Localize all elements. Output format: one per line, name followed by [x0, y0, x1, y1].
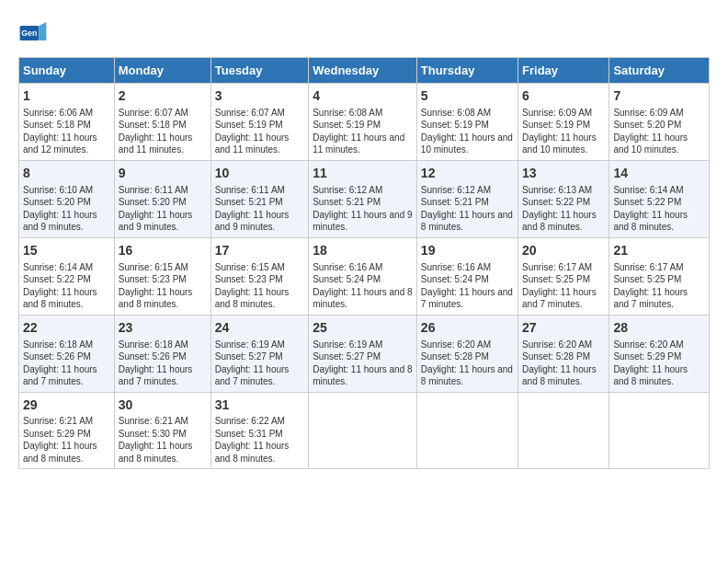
day-number: 20 — [522, 242, 605, 259]
daylight-label: Daylight: 11 hours and 8 minutes. — [313, 287, 412, 310]
column-header-sunday: Sunday — [19, 58, 115, 84]
calendar-cell: 12 Sunrise: 6:12 AM Sunset: 5:21 PM Dayl… — [416, 160, 518, 237]
cell-content: Sunrise: 6:09 AM Sunset: 5:19 PM Dayligh… — [522, 107, 605, 156]
day-number: 27 — [522, 319, 605, 337]
daylight-label: Daylight: 11 hours and 11 minutes. — [215, 132, 290, 155]
cell-content: Sunrise: 6:14 AM Sunset: 5:22 PM Dayligh… — [613, 184, 705, 234]
sunset-label: Sunset: 5:20 PM — [23, 197, 91, 207]
day-number: 10 — [215, 165, 304, 182]
day-number: 3 — [215, 87, 304, 105]
sunrise-label: Sunrise: 6:17 AM — [613, 262, 683, 272]
column-header-tuesday: Tuesday — [210, 58, 308, 84]
cell-content: Sunrise: 6:10 AM Sunset: 5:20 PM Dayligh… — [23, 184, 110, 234]
sunrise-label: Sunrise: 6:16 AM — [313, 262, 382, 272]
sunset-label: Sunset: 5:27 PM — [313, 351, 381, 362]
cell-content: Sunrise: 6:11 AM Sunset: 5:20 PM Dayligh… — [119, 184, 207, 234]
day-number: 29 — [23, 396, 110, 414]
sunrise-label: Sunrise: 6:17 AM — [522, 262, 592, 272]
sunset-label: Sunset: 5:26 PM — [119, 351, 187, 362]
sunrise-label: Sunrise: 6:12 AM — [421, 185, 491, 195]
sunrise-label: Sunrise: 6:21 AM — [119, 416, 188, 426]
daylight-label: Daylight: 11 hours and 7 minutes. — [613, 287, 688, 310]
daylight-label: Daylight: 11 hours and 8 minutes. — [313, 364, 412, 387]
day-number: 24 — [215, 319, 304, 337]
calendar-cell: 13 Sunrise: 6:13 AM Sunset: 5:22 PM Dayl… — [518, 160, 609, 237]
cell-content: Sunrise: 6:16 AM Sunset: 5:24 PM Dayligh… — [313, 261, 413, 311]
cell-content: Sunrise: 6:20 AM Sunset: 5:28 PM Dayligh… — [421, 339, 514, 388]
day-number: 2 — [119, 87, 207, 105]
day-number: 5 — [421, 87, 514, 105]
calendar-table: SundayMondayTuesdayWednesdayThursdayFrid… — [18, 57, 710, 469]
cell-content: Sunrise: 6:09 AM Sunset: 5:20 PM Dayligh… — [613, 107, 705, 156]
sunrise-label: Sunrise: 6:20 AM — [613, 339, 683, 350]
day-number: 13 — [522, 165, 605, 182]
sunset-label: Sunset: 5:23 PM — [215, 274, 283, 284]
calendar-cell: 22 Sunrise: 6:18 AM Sunset: 5:26 PM Dayl… — [19, 315, 115, 392]
sunrise-label: Sunrise: 6:10 AM — [23, 185, 93, 195]
daylight-label: Daylight: 11 hours and 7 minutes. — [119, 364, 193, 387]
sunrise-label: Sunrise: 6:20 AM — [522, 339, 592, 350]
day-number: 8 — [23, 165, 110, 182]
cell-content: Sunrise: 6:12 AM Sunset: 5:21 PM Dayligh… — [313, 184, 413, 234]
day-number: 26 — [421, 319, 514, 337]
logo-icon: Gen — [18, 18, 48, 48]
calendar-cell: 28 Sunrise: 6:20 AM Sunset: 5:29 PM Dayl… — [609, 315, 710, 392]
week-row-1: 1 Sunrise: 6:06 AM Sunset: 5:18 PM Dayli… — [19, 84, 710, 161]
day-number: 22 — [23, 319, 110, 337]
daylight-label: Daylight: 11 hours and 9 minutes. — [313, 210, 412, 233]
daylight-label: Daylight: 11 hours and 10 minutes. — [613, 132, 688, 155]
cell-content: Sunrise: 6:06 AM Sunset: 5:18 PM Dayligh… — [23, 107, 110, 156]
cell-content: Sunrise: 6:16 AM Sunset: 5:24 PM Dayligh… — [421, 261, 514, 311]
calendar-cell: 31 Sunrise: 6:22 AM Sunset: 5:31 PM Dayl… — [210, 392, 308, 469]
cell-content: Sunrise: 6:21 AM Sunset: 5:29 PM Dayligh… — [23, 415, 110, 465]
daylight-label: Daylight: 11 hours and 11 minutes. — [119, 132, 193, 155]
daylight-label: Daylight: 11 hours and 8 minutes. — [613, 210, 688, 233]
sunrise-label: Sunrise: 6:15 AM — [119, 262, 188, 272]
calendar-cell: 24 Sunrise: 6:19 AM Sunset: 5:27 PM Dayl… — [210, 315, 308, 392]
cell-content: Sunrise: 6:15 AM Sunset: 5:23 PM Dayligh… — [119, 261, 207, 311]
calendar-cell — [309, 392, 417, 469]
daylight-label: Daylight: 11 hours and 8 minutes. — [522, 210, 597, 233]
header-row: SundayMondayTuesdayWednesdayThursdayFrid… — [19, 58, 710, 84]
day-number: 18 — [313, 242, 413, 259]
calendar-cell: 3 Sunrise: 6:07 AM Sunset: 5:19 PM Dayli… — [210, 84, 308, 161]
calendar-cell: 20 Sunrise: 6:17 AM Sunset: 5:25 PM Dayl… — [518, 237, 609, 315]
calendar-cell: 9 Sunrise: 6:11 AM Sunset: 5:20 PM Dayli… — [114, 160, 210, 237]
column-header-thursday: Thursday — [416, 58, 518, 84]
week-row-2: 8 Sunrise: 6:10 AM Sunset: 5:20 PM Dayli… — [19, 160, 710, 237]
sunset-label: Sunset: 5:22 PM — [23, 274, 91, 284]
svg-marker-2 — [39, 22, 46, 40]
calendar-cell: 14 Sunrise: 6:14 AM Sunset: 5:22 PM Dayl… — [609, 160, 710, 237]
daylight-label: Daylight: 11 hours and 12 minutes. — [23, 132, 97, 155]
daylight-label: Daylight: 11 hours and 8 minutes. — [613, 364, 688, 387]
calendar-cell: 29 Sunrise: 6:21 AM Sunset: 5:29 PM Dayl… — [19, 392, 115, 469]
daylight-label: Daylight: 11 hours and 8 minutes. — [215, 287, 290, 310]
daylight-label: Daylight: 11 hours and 11 minutes. — [313, 132, 404, 155]
day-number: 31 — [215, 396, 304, 414]
sunrise-label: Sunrise: 6:09 AM — [522, 108, 592, 118]
week-row-3: 15 Sunrise: 6:14 AM Sunset: 5:22 PM Dayl… — [19, 237, 710, 315]
daylight-label: Daylight: 11 hours and 8 minutes. — [522, 364, 597, 387]
column-header-saturday: Saturday — [609, 58, 710, 84]
sunrise-label: Sunrise: 6:06 AM — [23, 108, 93, 118]
cell-content: Sunrise: 6:14 AM Sunset: 5:22 PM Dayligh… — [23, 261, 110, 311]
sunset-label: Sunset: 5:21 PM — [313, 197, 381, 207]
sunset-label: Sunset: 5:20 PM — [613, 120, 681, 130]
calendar-cell: 2 Sunrise: 6:07 AM Sunset: 5:18 PM Dayli… — [114, 84, 210, 161]
day-number: 28 — [613, 319, 705, 337]
sunrise-label: Sunrise: 6:20 AM — [421, 339, 491, 350]
cell-content: Sunrise: 6:17 AM Sunset: 5:25 PM Dayligh… — [522, 261, 605, 311]
calendar-cell — [609, 392, 710, 469]
day-number: 17 — [215, 242, 304, 259]
sunset-label: Sunset: 5:21 PM — [215, 197, 283, 207]
day-number: 1 — [23, 87, 110, 105]
week-row-5: 29 Sunrise: 6:21 AM Sunset: 5:29 PM Dayl… — [19, 392, 710, 469]
cell-content: Sunrise: 6:07 AM Sunset: 5:19 PM Dayligh… — [215, 107, 304, 156]
cell-content: Sunrise: 6:20 AM Sunset: 5:29 PM Dayligh… — [613, 339, 705, 388]
calendar-cell: 25 Sunrise: 6:19 AM Sunset: 5:27 PM Dayl… — [309, 315, 417, 392]
sunrise-label: Sunrise: 6:09 AM — [613, 108, 683, 118]
calendar-cell: 23 Sunrise: 6:18 AM Sunset: 5:26 PM Dayl… — [114, 315, 210, 392]
day-number: 12 — [421, 165, 514, 182]
day-number: 14 — [613, 165, 705, 182]
daylight-label: Daylight: 11 hours and 8 minutes. — [23, 287, 97, 310]
